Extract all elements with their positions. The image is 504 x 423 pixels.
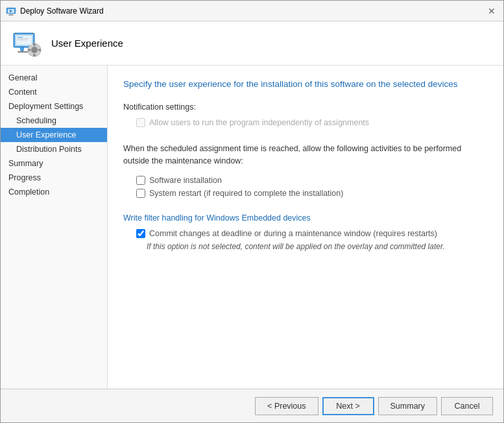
software-install-label: Software installation [149, 176, 222, 185]
wizard-icon [6, 6, 16, 16]
write-filter-label: Write filter handling for Windows Embedd… [123, 213, 488, 223]
sidebar-item-general[interactable]: General [1, 71, 107, 85]
software-install-checkbox[interactable] [136, 176, 145, 185]
svg-rect-12 [38, 49, 41, 51]
allow-users-checkbox [136, 118, 145, 127]
svg-marker-13 [20, 47, 24, 51]
notification-checkbox-row: Allow users to run the program independe… [136, 118, 488, 127]
wizard-window: Deploy Software Wizard ✕ User Experience [0, 0, 504, 423]
sidebar-item-scheduling[interactable]: Scheduling [1, 114, 107, 128]
sidebar: General Content Deployment Settings Sche… [1, 66, 108, 389]
title-bar-left: Deploy Software Wizard [6, 6, 104, 16]
sidebar-item-content[interactable]: Content [1, 85, 107, 99]
sidebar-item-distribution-points[interactable]: Distribution Points [1, 142, 107, 156]
wizard-footer: < Previous Next > Summary Cancel [1, 389, 503, 422]
svg-rect-17 [18, 38, 29, 39]
sidebar-item-progress[interactable]: Progress [1, 171, 107, 185]
system-restart-label: System restart (if required to complete … [149, 189, 343, 198]
info-text: When the scheduled assignment time is re… [123, 143, 488, 167]
summary-button[interactable]: Summary [378, 397, 437, 415]
svg-point-8 [31, 47, 38, 53]
close-button[interactable]: ✕ [485, 5, 498, 18]
sidebar-item-summary[interactable]: Summary [1, 156, 107, 171]
svg-rect-18 [18, 40, 27, 40]
next-button[interactable]: Next > [322, 397, 374, 415]
wizard-header: User Experience [1, 21, 503, 66]
system-restart-checkbox[interactable] [136, 189, 145, 198]
svg-rect-9 [34, 43, 36, 46]
main-content: Specify the user experience for the inst… [108, 66, 503, 389]
commit-changes-row[interactable]: Commit changes at deadline or during a m… [136, 229, 488, 238]
title-bar: Deploy Software Wizard ✕ [1, 1, 503, 21]
sidebar-item-user-experience[interactable]: User Experience [1, 128, 107, 142]
system-restart-row[interactable]: System restart (if required to complete … [136, 189, 488, 198]
wizard-body: General Content Deployment Settings Sche… [1, 66, 503, 389]
helper-text: If this option is not selected, content … [147, 242, 488, 251]
svg-rect-14 [18, 51, 28, 53]
commit-changes-checkbox[interactable] [136, 229, 145, 238]
software-install-row[interactable]: Software installation [136, 176, 488, 185]
cancel-button[interactable]: Cancel [441, 397, 493, 415]
sidebar-item-deployment-settings[interactable]: Deployment Settings [1, 99, 107, 114]
previous-button[interactable]: < Previous [255, 397, 318, 415]
svg-rect-10 [34, 54, 36, 56]
commit-changes-label: Commit changes at deadline or during a m… [149, 229, 437, 238]
window-title: Deploy Software Wizard [20, 6, 104, 16]
svg-rect-11 [28, 49, 30, 51]
main-heading: Specify the user experience for the inst… [123, 79, 488, 91]
allow-users-label: Allow users to run the program independe… [149, 118, 369, 127]
svg-rect-16 [18, 37, 23, 38]
sidebar-item-completion[interactable]: Completion [1, 185, 107, 199]
header-icon [11, 28, 42, 59]
svg-rect-3 [8, 15, 14, 16]
header-title: User Experience [51, 38, 123, 49]
notification-label: Notification settings: [123, 103, 488, 112]
